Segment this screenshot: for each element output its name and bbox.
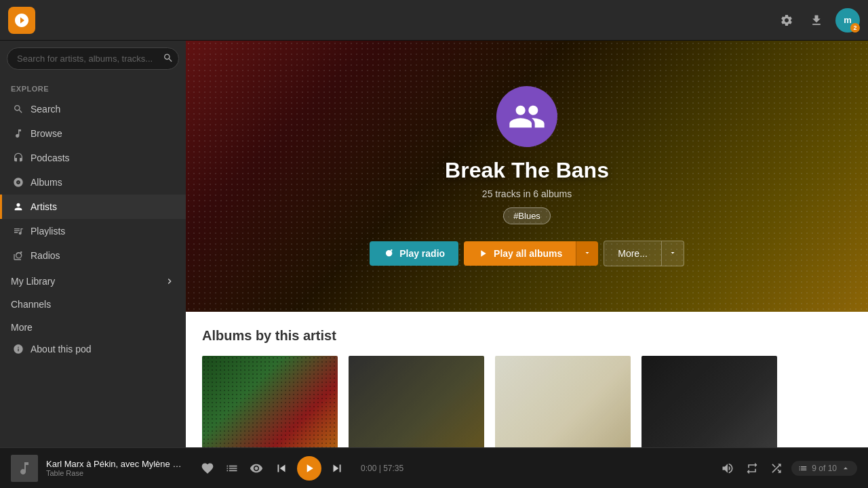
now-playing-info: Karl Marx à Pékin, avec Mylène Gaulard T… — [46, 459, 182, 477]
sidebar-about-label: About this pod — [31, 344, 92, 354]
search-icon-button[interactable] — [163, 52, 174, 65]
album-cover-2 — [349, 356, 484, 447]
sidebar-artists-label: Artists — [31, 201, 57, 212]
bottom-player: Karl Marx à Pékin, avec Mylène Gaulard T… — [0, 447, 868, 488]
now-playing-title: Karl Marx à Pékin, avec Mylène Gaulard — [46, 459, 182, 469]
player-controls — [198, 456, 347, 481]
search-box — [7, 47, 179, 70]
chevron-down-icon — [583, 249, 591, 257]
hero-content: Break The Bans 25 tracks in 6 albums #Bl… — [186, 41, 868, 312]
top-bar: m 2 — [0, 0, 868, 41]
my-library-label: My Library — [11, 276, 55, 287]
sidebar: Explore Search Browse Podcasts Albums Ar… — [0, 41, 186, 447]
artist-meta: 25 tracks in 6 albums — [482, 188, 572, 199]
queue-button[interactable] — [222, 459, 241, 478]
album-cover-3 — [495, 356, 631, 447]
album-cover-4 — [642, 356, 777, 447]
sidebar-item-podcasts[interactable]: Podcasts — [0, 146, 186, 170]
sidebar-playlists-label: Playlists — [31, 226, 65, 237]
now-playing-artist: Table Rase — [46, 469, 182, 477]
time-current: 0:00 — [361, 464, 376, 473]
albums-section-title: Albums by this artist — [202, 328, 852, 344]
time-total: 57:35 — [383, 464, 403, 473]
sidebar-item-albums[interactable]: Albums — [0, 170, 186, 195]
play-radio-label: Play radio — [399, 248, 445, 259]
play-pause-button[interactable] — [297, 456, 321, 481]
artist-avatar — [496, 86, 557, 147]
player-right-controls: 9 of 10 — [718, 459, 857, 478]
sidebar-search-label: Search — [31, 104, 60, 115]
chevron-up-icon — [841, 464, 850, 473]
more-group: More... — [604, 241, 684, 266]
shuffle-off-button[interactable] — [247, 459, 266, 478]
play-all-dropdown-button[interactable] — [576, 241, 598, 266]
next-button[interactable] — [327, 458, 347, 479]
group-icon — [508, 98, 546, 136]
sidebar-albums-label: Albums — [31, 177, 62, 188]
app-logo[interactable] — [8, 7, 35, 34]
list-item[interactable]: Break The Bans — [202, 356, 338, 447]
more-label: More... — [618, 248, 648, 259]
now-playing-thumbnail — [11, 455, 38, 482]
user-avatar[interactable]: m 2 — [835, 8, 860, 33]
sidebar-radios-label: Radios — [31, 250, 60, 261]
list-item[interactable] — [642, 356, 777, 447]
albums-section: Albums by this artist Break The Bans — [186, 312, 868, 447]
content-area: Break The Bans 25 tracks in 6 albums #Bl… — [186, 41, 868, 447]
chevron-right-icon — [164, 276, 175, 287]
channels-section[interactable]: Channels — [0, 291, 186, 314]
main-layout: Explore Search Browse Podcasts Albums Ar… — [0, 41, 868, 447]
settings-button[interactable] — [776, 9, 797, 31]
hero-actions: Play radio Play all albums More.. — [370, 241, 684, 266]
play-all-button[interactable]: Play all albums — [464, 241, 576, 266]
favorite-button[interactable] — [198, 459, 217, 478]
artist-tag[interactable]: #Blues — [503, 207, 551, 224]
prev-button[interactable] — [271, 458, 292, 479]
play-all-group: Play all albums — [464, 241, 598, 266]
sidebar-item-radios[interactable]: Radios — [0, 243, 186, 268]
more-button[interactable]: More... — [604, 241, 662, 266]
more-section[interactable]: More — [0, 314, 186, 337]
notification-badge: 2 — [850, 23, 860, 33]
sidebar-browse-label: Browse — [31, 128, 62, 139]
play-icon — [477, 248, 488, 259]
sidebar-podcasts-label: Podcasts — [31, 152, 70, 163]
more-dropdown-button[interactable] — [662, 241, 684, 266]
sidebar-item-artists[interactable]: Artists — [0, 195, 186, 219]
queue-label: 9 of 10 — [812, 464, 837, 473]
album-cover-1: Break The Bans — [202, 356, 338, 447]
upload-button[interactable] — [806, 9, 827, 31]
list-item[interactable] — [349, 356, 484, 447]
play-all-label: Play all albums — [494, 248, 562, 259]
sidebar-item-about[interactable]: About this pod — [0, 337, 186, 361]
more-label: More — [11, 322, 33, 333]
chevron-down-icon-more — [669, 249, 677, 257]
time-display: 0:00 | 57:35 — [361, 464, 403, 473]
play-radio-button[interactable]: Play radio — [370, 241, 458, 266]
artist-name: Break The Bans — [445, 158, 609, 183]
volume-button[interactable] — [718, 459, 737, 478]
play-pause-icon — [302, 462, 316, 475]
artist-hero: Break The Bans 25 tracks in 6 albums #Bl… — [186, 41, 868, 312]
sidebar-item-search[interactable]: Search — [0, 97, 186, 121]
shuffle-button[interactable] — [767, 459, 786, 478]
my-library-section[interactable]: My Library — [0, 268, 186, 291]
explore-section-label: Explore — [0, 77, 186, 97]
repeat-button[interactable] — [743, 459, 762, 478]
sidebar-item-browse[interactable]: Browse — [0, 121, 186, 146]
channels-label: Channels — [11, 299, 51, 310]
albums-grid: Break The Bans — [202, 356, 852, 447]
queue-info[interactable]: 9 of 10 — [791, 461, 857, 476]
search-input[interactable] — [7, 47, 179, 70]
sidebar-item-playlists[interactable]: Playlists — [0, 219, 186, 243]
list-item[interactable] — [495, 356, 631, 447]
list-icon — [798, 464, 808, 473]
radio-icon — [383, 248, 394, 259]
